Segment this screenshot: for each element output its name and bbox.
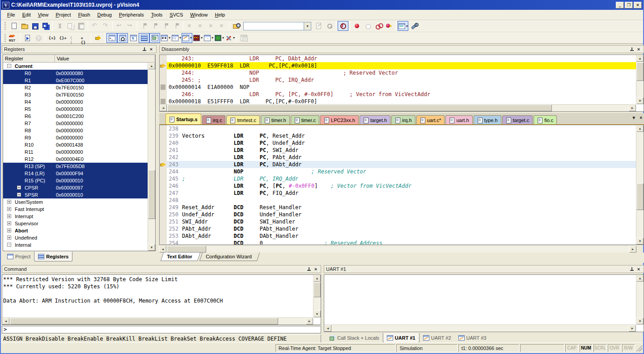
editor-gutter[interactable] — [160, 154, 167, 161]
editor-line[interactable]: 246 LDR PC, [PC, #-0x0FF0] ; Vector from… — [160, 182, 636, 190]
dropdown-arrow-icon[interactable]: ▾ — [233, 36, 235, 40]
symbol-window[interactable] — [128, 33, 139, 43]
scroll-up-icon[interactable]: ▲ — [636, 55, 644, 62]
scroll-left-icon[interactable]: ◄ — [160, 105, 167, 111]
minimize-button[interactable]: _ — [616, 2, 624, 8]
command-button-breakset[interactable]: BreakSet — [171, 335, 197, 343]
find-in-files[interactable] — [231, 21, 242, 31]
dropdown-arrow-icon[interactable]: ▾ — [179, 36, 181, 40]
disassembly-line[interactable]: 244: NOP ; Reserved Vector — [160, 69, 636, 76]
editor-line[interactable]: 248 — [160, 197, 636, 204]
editor-gutter[interactable] — [160, 204, 167, 211]
scrollbar-thumb[interactable] — [636, 183, 644, 210]
insert-remove-breakpoint[interactable] — [352, 21, 362, 31]
register-row[interactable]: +SPSR0x60000010 — [3, 191, 148, 198]
scroll-down-icon[interactable]: ▼ — [314, 311, 321, 317]
column-header-value[interactable]: Value — [55, 55, 155, 62]
command-button-breaklist[interactable]: BreakList — [139, 335, 168, 343]
register-row[interactable]: R40x00000000 — [3, 98, 148, 105]
scroll-down-icon[interactable]: ▼ — [636, 97, 644, 104]
disassembly-line[interactable]: 0x00000010 E59FF018 LDR PC,[PC,#0x0018] — [160, 62, 636, 69]
menu-help[interactable]: Help — [211, 10, 229, 19]
file-tab-tmrtest-c[interactable]: tmrtest.c — [226, 115, 259, 124]
command-button-assign[interactable]: ASSIGN — [3, 335, 22, 343]
scroll-right-icon[interactable]: ► — [629, 325, 636, 332]
editor-line[interactable]: 241 LDR PC, SWI_Addr — [160, 147, 636, 154]
register-row[interactable]: R110x00000000 — [3, 148, 148, 156]
analysis-windows[interactable]: ▾ — [192, 33, 203, 43]
register-row[interactable]: R00x00000080 — [3, 70, 148, 77]
editor-line[interactable]: 247 LDR PC, FIQ_Addr — [160, 190, 636, 197]
register-row[interactable]: +Interrupt — [3, 213, 148, 220]
collapse-icon[interactable]: - — [7, 243, 11, 247]
scroll-down-icon[interactable]: ▼ — [148, 244, 155, 251]
menu-svcs[interactable]: SVCS — [166, 10, 186, 19]
file-tab-irq-c[interactable]: irq.c — [202, 115, 226, 124]
start-stop-debug[interactable] — [338, 21, 348, 31]
command-button-breakaccess[interactable]: BreakAccess — [199, 335, 235, 343]
tab-uart-3[interactable]: UART #3 — [455, 333, 490, 343]
uart-output-frame[interactable]: ▲ ▼ ◄ ► — [324, 274, 644, 332]
expand-icon[interactable]: + — [7, 221, 11, 225]
register-row[interactable]: R30x7FE00150 — [3, 91, 148, 98]
register-row[interactable]: R90x00000000 — [3, 134, 148, 141]
expand-icon[interactable]: + — [7, 207, 11, 211]
disassembly-close-button[interactable]: × — [636, 46, 642, 52]
disassembly-hscrollbar[interactable]: ◄ ► — [160, 104, 636, 111]
disable-all-breakpoints[interactable] — [373, 21, 384, 31]
register-row[interactable]: R20x7FE00150 — [3, 84, 148, 91]
command-input[interactable]: > — [2, 326, 321, 333]
registers-pin-button[interactable] — [141, 46, 147, 52]
register-row[interactable]: R10xE007C000 — [3, 77, 148, 84]
uart-vscrollbar[interactable]: ▲ ▼ — [636, 275, 644, 324]
project-window[interactable]: ▾ — [398, 21, 408, 31]
register-row[interactable]: -Current — [3, 63, 148, 70]
file-tab-startup-s[interactable]: Startup.s — [165, 114, 201, 124]
expand-icon[interactable]: + — [7, 236, 11, 240]
command-button-breakenable[interactable]: BreakEnable — [68, 335, 103, 343]
disassembly-line[interactable]: 246: LDR PC, [PC, #-0x0FF0] ; Vector fro… — [160, 91, 636, 98]
menu-debug[interactable]: Debug — [94, 10, 115, 19]
menu-view[interactable]: View — [34, 10, 52, 19]
file-tab-uart-h[interactable]: uart.h — [445, 115, 472, 124]
enable-disable-breakpoint[interactable] — [362, 21, 373, 31]
editor-vscrollbar[interactable]: ▲ ▼ — [636, 125, 644, 244]
register-row[interactable]: R50x00000003 — [3, 105, 148, 113]
editor-gutter[interactable] — [160, 175, 167, 182]
editor-line[interactable]: 242 LDR PC, PAbt_Addr — [160, 154, 636, 161]
editor-gutter[interactable] — [160, 240, 167, 244]
registers-window[interactable] — [139, 33, 149, 43]
expand-icon[interactable]: + — [17, 185, 21, 190]
dropdown-arrow-icon[interactable]: ▾ — [222, 36, 224, 40]
disassembly-vscrollbar[interactable]: ▲ ▼ — [636, 55, 644, 104]
register-row[interactable]: R60x0001C200 — [3, 113, 148, 120]
menu-file[interactable]: File — [4, 10, 19, 19]
resize-grip[interactable] — [636, 345, 642, 351]
toolbox[interactable]: ▾ — [225, 33, 235, 43]
save[interactable] — [30, 21, 40, 31]
call-stack-window[interactable] — [149, 33, 160, 43]
save-all[interactable] — [40, 21, 51, 31]
combo-dropdown-icon[interactable]: ▾ — [304, 22, 311, 30]
collapse-icon[interactable]: - — [7, 64, 11, 68]
editor-line[interactable]: 238 — [160, 125, 636, 132]
editor-gutter[interactable] — [160, 182, 167, 190]
tab-text-editor[interactable]: Text Editor — [161, 253, 200, 261]
dropdown-arrow-icon[interactable]: ▾ — [190, 36, 192, 40]
editor-line[interactable]: 243 LDR PC, DAbt_Addr — [160, 161, 636, 168]
menu-edit[interactable]: Edit — [19, 10, 34, 19]
disassembly-gutter[interactable] — [160, 76, 167, 84]
scroll-right-icon[interactable]: ► — [306, 318, 313, 324]
reset-cpu[interactable] — [8, 33, 19, 43]
disassembly-gutter[interactable] — [160, 84, 167, 91]
scroll-down-icon[interactable]: ▼ — [636, 318, 644, 324]
register-row[interactable]: R70x00000000 — [3, 120, 148, 127]
command-close-button[interactable]: × — [313, 266, 319, 272]
editor-line[interactable]: 254 DCD 0 ; Reserved Address — [160, 240, 636, 244]
expand-icon[interactable]: + — [7, 228, 11, 232]
menu-project[interactable]: Project — [52, 10, 74, 19]
editor-gutter[interactable] — [160, 232, 167, 240]
column-header-register[interactable]: Register — [3, 55, 55, 62]
tab-uart-2[interactable]: UART #2 — [419, 333, 455, 343]
file-tab-lpc23xx-h[interactable]: LPC23xx.h — [320, 115, 359, 124]
